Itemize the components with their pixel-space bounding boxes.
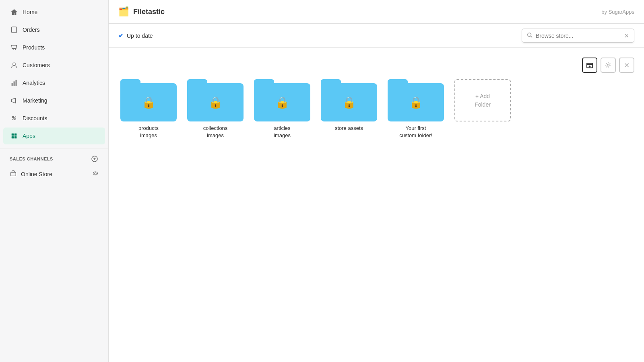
- sidebar-item-apps[interactable]: Apps: [3, 128, 105, 144]
- sidebar-customers-label: Customers: [23, 62, 50, 68]
- folder-icon-wrap: 🔒: [120, 79, 177, 121]
- folder-label: Your first custom folder!: [399, 125, 432, 139]
- folder-item[interactable]: 🔒 products images: [118, 79, 179, 139]
- add-sales-channel-button[interactable]: [91, 155, 99, 163]
- products-icon: [10, 43, 19, 52]
- sidebar-home-label: Home: [23, 9, 37, 15]
- filetastic-icon: 🗂️: [118, 6, 129, 17]
- app-title: 🗂️ Filetastic: [118, 6, 165, 17]
- sidebar-apps-label: Apps: [23, 133, 35, 139]
- folder-shape: 🔒: [254, 83, 310, 121]
- sidebar-divider: [0, 148, 108, 148]
- online-store-left: Online Store: [10, 170, 52, 178]
- sidebar-orders-label: Orders: [23, 27, 40, 33]
- folder-icon-wrap: 🔒: [254, 79, 310, 121]
- folder-icon-wrap: 🔒: [187, 79, 244, 121]
- sales-channels-label: SALES CHANNELS: [10, 156, 53, 161]
- marketing-icon: [10, 96, 19, 105]
- status-check: ✔ Up to date: [118, 32, 153, 39]
- svg-rect-13: [14, 136, 17, 138]
- lock-icon: 🔒: [409, 96, 423, 109]
- svg-rect-0: [12, 27, 17, 33]
- add-folder-label: + Add Folder: [475, 92, 491, 109]
- lock-icon: 🔒: [275, 96, 289, 109]
- sidebar-item-products[interactable]: Products: [3, 39, 105, 56]
- delete-folder-button[interactable]: [619, 58, 634, 73]
- folders-area: 🔒 products images 🔒 collections images: [109, 48, 644, 362]
- store-icon: [10, 170, 17, 178]
- new-folder-button[interactable]: [582, 58, 597, 73]
- sidebar-item-analytics[interactable]: Analytics: [3, 74, 105, 91]
- svg-point-20: [528, 33, 531, 37]
- sidebar-item-home[interactable]: Home: [3, 4, 105, 21]
- svg-line-9: [12, 117, 16, 120]
- sidebar-discounts-label: Discounts: [23, 115, 47, 121]
- folder-item[interactable]: 🔒 articles images: [252, 79, 312, 139]
- customers-icon: [10, 61, 19, 70]
- analytics-icon: [10, 78, 19, 87]
- svg-line-21: [531, 36, 533, 38]
- svg-point-19: [95, 173, 96, 174]
- folder-item[interactable]: 🔒 collections images: [185, 79, 246, 139]
- svg-rect-12: [12, 136, 14, 138]
- add-folder-item[interactable]: + Add Folder: [452, 79, 513, 121]
- lock-icon: 🔒: [342, 96, 356, 109]
- lock-icon: 🔒: [208, 96, 223, 109]
- svg-point-3: [13, 63, 15, 65]
- lock-icon: 🔒: [142, 96, 156, 109]
- apps-icon: [10, 132, 19, 140]
- filetastic-title: Filetastic: [133, 8, 165, 16]
- svg-rect-4: [12, 83, 13, 86]
- svg-rect-10: [12, 134, 14, 136]
- add-folder-placeholder[interactable]: + Add Folder: [454, 79, 511, 121]
- sidebar-item-discounts[interactable]: Discounts: [3, 110, 105, 127]
- sidebar-item-customers[interactable]: Customers: [3, 57, 105, 74]
- folder-toolbar: [118, 58, 634, 73]
- folder-shape: 🔒: [187, 83, 244, 121]
- sidebar-products-label: Products: [23, 44, 45, 51]
- check-icon: ✔: [118, 32, 124, 39]
- by-sugarapps-label: by SugarApps: [601, 9, 634, 15]
- folder-icon-wrap: 🔒: [388, 79, 444, 121]
- sidebar: Home Orders Products Customers Analytics…: [0, 0, 109, 362]
- search-input[interactable]: [536, 33, 621, 39]
- svg-rect-6: [16, 80, 17, 86]
- svg-point-7: [12, 117, 14, 118]
- discounts-icon: [10, 114, 19, 123]
- search-box[interactable]: ✕: [522, 29, 634, 43]
- sales-channels-header: SALES CHANNELS: [3, 152, 105, 166]
- folder-label: collections images: [203, 125, 228, 139]
- orders-icon: [10, 25, 19, 34]
- search-icon: [527, 32, 533, 39]
- svg-point-8: [14, 119, 16, 120]
- folder-icon-wrap: 🔒: [321, 79, 377, 121]
- folder-item[interactable]: 🔒 Your first custom folder!: [386, 79, 446, 139]
- svg-point-18: [93, 172, 97, 175]
- svg-point-2: [15, 49, 16, 50]
- svg-point-25: [607, 64, 609, 66]
- svg-rect-5: [14, 81, 15, 86]
- status-label: Up to date: [127, 33, 153, 39]
- close-icon[interactable]: ✕: [624, 33, 629, 39]
- folder-label: store assets: [335, 125, 363, 132]
- sidebar-item-marketing[interactable]: Marketing: [3, 92, 105, 109]
- sidebar-item-orders[interactable]: Orders: [3, 21, 105, 38]
- folder-shape: 🔒: [388, 83, 444, 121]
- svg-point-1: [13, 49, 14, 50]
- folder-shape: 🔒: [321, 83, 377, 121]
- folder-shape: 🔒: [120, 83, 177, 121]
- svg-rect-11: [14, 134, 17, 136]
- sidebar-analytics-label: Analytics: [23, 80, 45, 86]
- svg-rect-17: [11, 172, 16, 176]
- online-store-label: Online Store: [21, 171, 52, 177]
- folder-grid: 🔒 products images 🔒 collections images: [118, 79, 634, 139]
- eye-icon[interactable]: [92, 170, 99, 178]
- folder-item[interactable]: 🔒 store assets: [319, 79, 379, 132]
- sidebar-marketing-label: Marketing: [23, 97, 47, 104]
- home-icon: [10, 8, 19, 16]
- folder-label: articles images: [274, 125, 291, 139]
- folder-settings-button[interactable]: [601, 58, 616, 73]
- sidebar-item-online-store[interactable]: Online Store: [3, 167, 105, 181]
- main-content: 🗂️ Filetastic by SugarApps ✔ Up to date …: [109, 0, 644, 362]
- app-header: 🗂️ Filetastic by SugarApps: [109, 0, 644, 24]
